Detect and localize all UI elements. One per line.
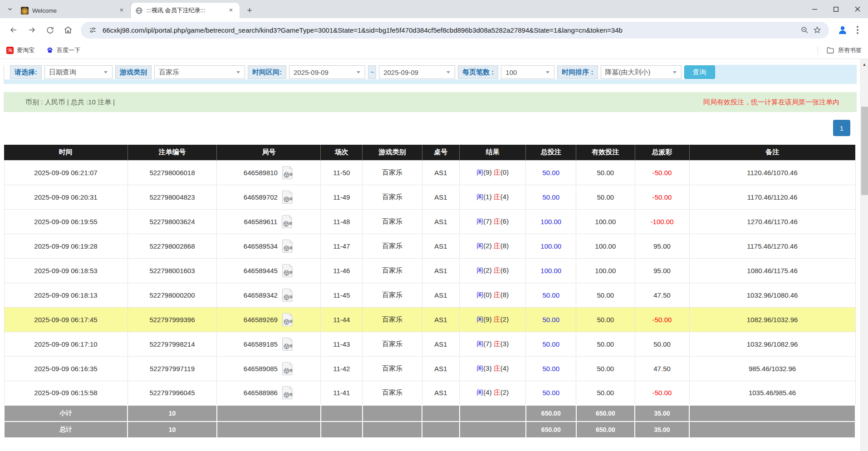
cell-total-bet[interactable]: 100.00	[526, 234, 576, 258]
col-game-type: 游戏类别	[363, 145, 422, 160]
table-row: 2025-09-09 06:17:10522797998214646589185…	[4, 332, 855, 356]
scroll-up-arrow-icon[interactable]: ▲	[861, 59, 868, 69]
table-row: 2025-09-09 06:15:58522797996045646588986…	[4, 381, 855, 405]
url-text[interactable]: 66cxkj98.com/ipl/portal.php/game/betreco…	[103, 26, 794, 34]
video-record-icon[interactable]	[281, 215, 294, 229]
table-row: 2025-09-09 06:19:28522798002868646589534…	[4, 234, 855, 258]
tab-search-button[interactable]	[4, 3, 16, 15]
player-label: 闲	[476, 388, 483, 396]
cell-time: 2025-09-09 06:18:13	[4, 283, 128, 307]
cell-game-type: 百家乐	[363, 160, 422, 185]
video-record-icon[interactable]	[282, 239, 294, 253]
new-tab-button[interactable]: +	[243, 4, 256, 17]
cell-bet-no: 522798001603	[128, 258, 217, 283]
date-range-separator: ~	[368, 65, 376, 79]
banker-score: (6)	[500, 266, 509, 274]
player-score: (1)	[483, 193, 494, 201]
video-record-icon[interactable]	[282, 362, 294, 376]
grand-total-remark	[689, 422, 855, 438]
reload-button[interactable]	[42, 22, 58, 38]
grand-total-round	[217, 422, 321, 438]
minimize-icon[interactable]	[804, 0, 825, 18]
close-window-icon[interactable]	[847, 0, 868, 18]
close-tab-icon[interactable]: ×	[227, 6, 235, 15]
date-to-dropdown[interactable]: 2025-09-09	[379, 65, 455, 79]
address-bar[interactable]: 66cxkj98.com/ipl/portal.php/game/betreco…	[81, 22, 829, 39]
site-settings-tune-icon[interactable]	[86, 24, 99, 36]
table-row: 2025-09-09 06:18:53522798001603646589445…	[4, 258, 855, 283]
cell-bet-no: 522797999396	[128, 307, 217, 332]
back-button[interactable]	[6, 22, 21, 38]
vertical-scrollbar[interactable]: ▲	[860, 59, 868, 451]
home-button[interactable]	[60, 22, 76, 38]
query-type-dropdown[interactable]: 日期查询	[44, 65, 113, 79]
cell-total-bet[interactable]: 50.00	[526, 332, 576, 356]
page-1-button[interactable]: 1	[833, 120, 850, 136]
cell-payout: 95.00	[635, 234, 689, 258]
browser-menu-kebab-icon[interactable]	[852, 23, 863, 37]
all-bookmarks-button[interactable]: 所有书签	[818, 46, 862, 55]
maximize-icon[interactable]	[825, 0, 847, 18]
tab-bet-records[interactable]: :::视讯 会员下注纪录::: ×	[131, 3, 240, 18]
player-label: 闲	[476, 193, 483, 201]
cell-time: 2025-09-09 06:20:31	[4, 185, 128, 209]
video-record-icon[interactable]	[282, 386, 294, 400]
browser-toolbar: 66cxkj98.com/ipl/portal.php/game/betreco…	[0, 18, 868, 42]
cell-session: 11-43	[321, 332, 363, 356]
cell-payout: -100.00	[635, 209, 689, 234]
cell-remark: 1035.46/985.46	[689, 381, 855, 405]
video-record-icon[interactable]	[282, 337, 294, 351]
video-record-icon[interactable]	[282, 313, 294, 327]
grand-total-label: 总计	[4, 422, 128, 438]
forward-button[interactable]	[24, 22, 39, 38]
taobao-icon: 淘	[6, 47, 14, 54]
video-record-icon[interactable]	[282, 264, 294, 278]
search-button[interactable]: 查询	[684, 65, 715, 79]
cell-total-bet[interactable]: 50.00	[526, 185, 576, 209]
bookmark-baidu[interactable]: 百度一下	[46, 46, 80, 54]
bookmarks-bar: 淘 爱淘宝 百度一下 所有书签	[0, 42, 868, 59]
cell-valid-bet: 100.00	[576, 258, 635, 283]
video-record-icon[interactable]	[282, 166, 294, 180]
col-time: 时间	[4, 145, 128, 160]
cell-payout: -50.00	[635, 307, 689, 332]
cell-total-bet[interactable]: 100.00	[526, 209, 576, 234]
cell-valid-bet: 50.00	[576, 185, 635, 209]
cell-round-no: 646589702	[217, 185, 321, 209]
bookmark-aitaobao[interactable]: 淘 爱淘宝	[6, 46, 34, 54]
per-page-dropdown[interactable]: 100	[501, 65, 554, 79]
bookmark-star-icon[interactable]	[811, 24, 824, 36]
grand-total-session	[321, 422, 363, 438]
cell-total-bet[interactable]: 50.00	[526, 283, 576, 307]
col-result: 结果	[460, 145, 526, 160]
zoom-indicator-icon[interactable]	[798, 24, 811, 36]
player-score: (2)	[483, 242, 494, 250]
player-score: (3)	[483, 364, 494, 372]
profile-avatar-icon[interactable]	[835, 23, 850, 37]
time-sort-dropdown[interactable]: 降冪(由大到小)	[601, 65, 682, 79]
all-bookmarks-label: 所有书签	[838, 46, 862, 54]
date-from-dropdown[interactable]: 2025-09-09	[289, 65, 365, 79]
cell-total-bet[interactable]: 50.00	[526, 307, 576, 332]
player-label: 闲	[476, 266, 483, 274]
cell-total-bet[interactable]: 50.00	[526, 356, 576, 381]
cell-game-type: 百家乐	[363, 185, 422, 209]
cell-result: 闲(7) 庄(6)	[460, 209, 526, 234]
grand-total-valid-bet: 650.00	[576, 422, 635, 438]
scrollbar-thumb[interactable]	[861, 107, 868, 195]
grand-total-count: 10	[128, 422, 217, 438]
cell-payout: -50.00	[635, 160, 689, 185]
cell-total-bet[interactable]: 50.00	[526, 160, 576, 185]
player-score: (0)	[483, 291, 494, 299]
video-record-icon[interactable]	[282, 190, 294, 204]
game-type-dropdown[interactable]: 百家乐	[154, 65, 245, 79]
cell-result: 闲(3) 庄(4)	[460, 356, 526, 381]
table-row: 2025-09-09 06:16:35522797997119646589085…	[4, 356, 855, 381]
tab-welcome[interactable]: Welcome ×	[16, 3, 131, 18]
cell-round-no: 646589445	[217, 258, 321, 283]
close-tab-icon[interactable]: ×	[118, 6, 126, 15]
cell-total-bet[interactable]: 100.00	[526, 258, 576, 283]
cell-total-bet[interactable]: 50.00	[526, 381, 576, 405]
video-record-icon[interactable]	[282, 288, 294, 302]
round-number: 646589445	[244, 267, 278, 275]
